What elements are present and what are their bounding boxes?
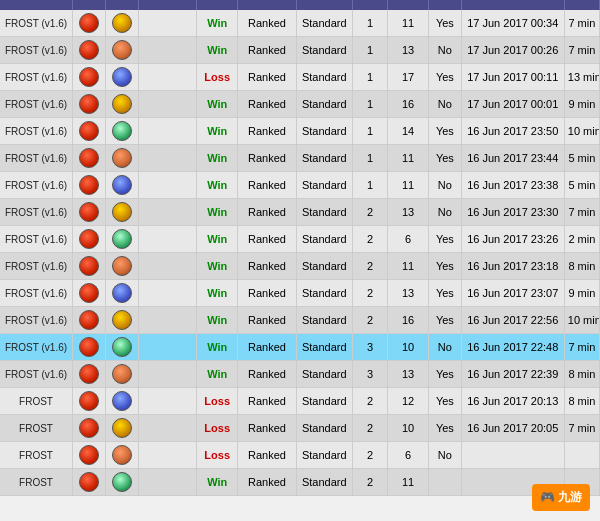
cell-date: 17 Jun 2017 00:01: [461, 91, 564, 118]
cell-rank: 2: [352, 253, 387, 280]
cell-mode: Ranked: [238, 415, 297, 442]
cell-vs: [105, 253, 138, 280]
cell-rank: 2: [352, 415, 387, 442]
cell-vs: [105, 64, 138, 91]
table-row[interactable]: FROST (v1.6) Win Ranked Standard 1 11 Ye…: [0, 10, 600, 37]
col-job: [73, 0, 106, 10]
cell-duration: 9 min: [564, 280, 599, 307]
cell-vs: [105, 280, 138, 307]
table-row[interactable]: FROST (v1.6) Win Ranked Standard 1 11 No…: [0, 172, 600, 199]
cell-date: 16 Jun 2017 22:48: [461, 334, 564, 361]
cell-result: Win: [197, 172, 238, 199]
cell-mode: Ranked: [238, 64, 297, 91]
cell-mode: Ranked: [238, 307, 297, 334]
table-row[interactable]: FROST Loss Ranked Standard 2 6 No: [0, 442, 600, 469]
table-row[interactable]: FROST (v1.6) Win Ranked Standard 1 13 No…: [0, 37, 600, 64]
cell-team: FROST (v1.6): [0, 253, 73, 280]
cell-date: [461, 442, 564, 469]
cell-team: FROST (v1.6): [0, 118, 73, 145]
cell-result: Win: [197, 469, 238, 496]
cell-rounds: 10: [388, 415, 429, 442]
cell-rounds: 12: [388, 388, 429, 415]
cell-vs: [105, 91, 138, 118]
cell-duration: 10 min: [564, 307, 599, 334]
table-row[interactable]: FROST (v1.6) Win Ranked Standard 3 13 Ye…: [0, 361, 600, 388]
cell-format: Standard: [296, 307, 352, 334]
cell-vs: [105, 388, 138, 415]
cell-rounds: 11: [388, 253, 429, 280]
table-row[interactable]: FROST (v1.6) Win Ranked Standard 1 11 Ye…: [0, 145, 600, 172]
cell-vs: [105, 469, 138, 496]
cell-mode: Ranked: [238, 469, 297, 496]
cell-format: Standard: [296, 361, 352, 388]
cell-duration: 7 min: [564, 415, 599, 442]
table-row[interactable]: FROST (v1.6) Win Ranked Standard 1 14 Ye…: [0, 118, 600, 145]
cell-duration: 7 min: [564, 199, 599, 226]
cell-vs: [105, 199, 138, 226]
cell-name: [138, 145, 197, 172]
cell-job: [73, 334, 106, 361]
cell-coins: Yes: [428, 226, 461, 253]
cell-rank: 2: [352, 280, 387, 307]
cell-date: 16 Jun 2017 22:56: [461, 307, 564, 334]
cell-duration: 5 min: [564, 172, 599, 199]
cell-mode: Ranked: [238, 334, 297, 361]
cell-coins: No: [428, 37, 461, 64]
col-coins: [428, 0, 461, 10]
cell-date: 16 Jun 2017 23:50: [461, 118, 564, 145]
table-row[interactable]: FROST (v1.6) Win Ranked Standard 2 13 Ye…: [0, 280, 600, 307]
cell-vs: [105, 10, 138, 37]
cell-result: Win: [197, 307, 238, 334]
cell-rounds: 13: [388, 280, 429, 307]
cell-coins: No: [428, 91, 461, 118]
cell-job: [73, 253, 106, 280]
cell-team: FROST (v1.6): [0, 10, 73, 37]
cell-rounds: 10: [388, 334, 429, 361]
table-row[interactable]: FROST Loss Ranked Standard 2 10 Yes 16 J…: [0, 415, 600, 442]
col-format: [296, 0, 352, 10]
table-row[interactable]: FROST (v1.6) Win Ranked Standard 2 16 Ye…: [0, 307, 600, 334]
cell-mode: Ranked: [238, 226, 297, 253]
col-vs: [105, 0, 138, 10]
table-row[interactable]: FROST (v1.6) Loss Ranked Standard 1 17 Y…: [0, 64, 600, 91]
cell-result: Win: [197, 10, 238, 37]
cell-mode: Ranked: [238, 37, 297, 64]
cell-mode: Ranked: [238, 388, 297, 415]
table-row[interactable]: FROST Loss Ranked Standard 2 12 Yes 16 J…: [0, 388, 600, 415]
table-row[interactable]: FROST Win Ranked Standard 2 11: [0, 469, 600, 496]
cell-result: Loss: [197, 388, 238, 415]
cell-duration: 9 min: [564, 91, 599, 118]
col-rank: [352, 0, 387, 10]
cell-coins: Yes: [428, 145, 461, 172]
table-row[interactable]: FROST (v1.6) Win Ranked Standard 2 13 No…: [0, 199, 600, 226]
table-row[interactable]: FROST (v1.6) Win Ranked Standard 2 6 Yes…: [0, 226, 600, 253]
cell-format: Standard: [296, 172, 352, 199]
cell-format: Standard: [296, 37, 352, 64]
cell-rounds: 6: [388, 226, 429, 253]
cell-format: Standard: [296, 91, 352, 118]
cell-mode: Ranked: [238, 10, 297, 37]
table-row[interactable]: FROST (v1.6) Win Ranked Standard 1 16 No…: [0, 91, 600, 118]
cell-team: FROST (v1.6): [0, 226, 73, 253]
cell-team: FROST (v1.6): [0, 199, 73, 226]
cell-rounds: 11: [388, 145, 429, 172]
cell-team: FROST (v1.6): [0, 280, 73, 307]
watermark-badge: 🎮 九游: [532, 484, 590, 496]
table-row[interactable]: FROST (v1.6) Win Ranked Standard 2 11 Ye…: [0, 253, 600, 280]
cell-coins: Yes: [428, 307, 461, 334]
cell-name: [138, 118, 197, 145]
table-header: [0, 0, 600, 10]
cell-rank: 2: [352, 307, 387, 334]
cell-result: Win: [197, 91, 238, 118]
cell-format: Standard: [296, 145, 352, 172]
cell-date: 16 Jun 2017 23:38: [461, 172, 564, 199]
cell-team: FROST: [0, 415, 73, 442]
cell-rank: 3: [352, 334, 387, 361]
col-team: [0, 0, 73, 10]
cell-rounds: 13: [388, 37, 429, 64]
table-row[interactable]: FROST (v1.6) Win Ranked Standard 3 10 No…: [0, 334, 600, 361]
cell-job: [73, 172, 106, 199]
cell-rank: 1: [352, 118, 387, 145]
cell-coins: Yes: [428, 64, 461, 91]
cell-format: Standard: [296, 334, 352, 361]
